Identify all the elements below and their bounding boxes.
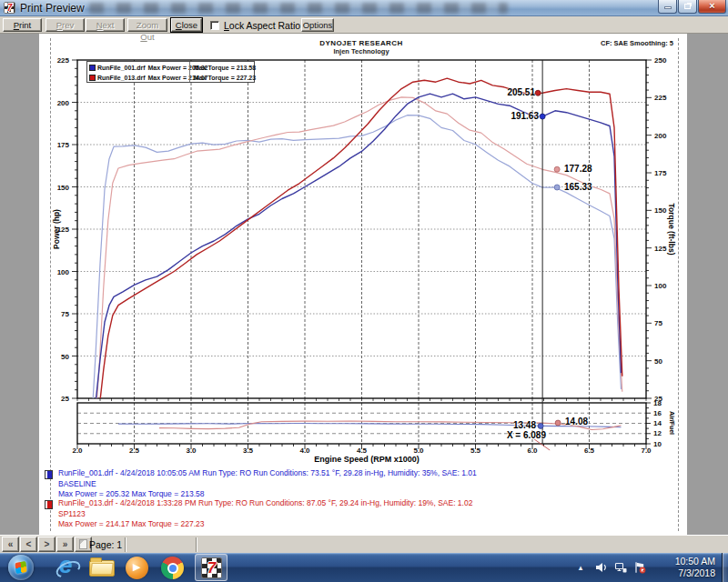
preview-area: 2252001751501251007550252502252001751501…: [0, 34, 728, 535]
legend-maxtorque-run2: Max Torque = 227.23: [194, 75, 256, 81]
run2-name: SP1123: [58, 509, 472, 520]
print-preview-toolbar: Print Prev Next Zoom Out Close Lock Aspe…: [0, 16, 728, 34]
clock-date: 7/3/2018: [652, 567, 715, 579]
volume-icon[interactable]: [595, 561, 608, 574]
correction-smoothing-label: CF: SAE Smoothing: 5: [601, 39, 673, 47]
svg-text:5.0: 5.0: [413, 447, 424, 455]
clock-time: 10:50 AM: [652, 556, 715, 567]
svg-text:150: 150: [57, 184, 70, 192]
svg-text:3.5: 3.5: [243, 447, 254, 455]
cursor-value-power-run1: 191.63: [511, 111, 539, 121]
report-subtitle: Injen Technology: [333, 47, 389, 55]
options-button[interactable]: Options: [301, 18, 334, 32]
svg-text:25: 25: [61, 395, 69, 403]
svg-text:4.0: 4.0: [299, 447, 310, 455]
close-window-button[interactable]: ×: [698, 0, 726, 14]
windows-logo-icon: [15, 561, 26, 574]
print-button[interactable]: Print: [3, 18, 42, 32]
svg-text:200: 200: [654, 132, 667, 140]
run2-conditions: RunFile_013.drf - 4/24/2018 1:33:28 PM R…: [58, 498, 472, 509]
run-info-swatch-run1: [45, 470, 53, 479]
page-number-label: Page: 1: [89, 539, 122, 550]
cursor-x-label: X = 6.089: [507, 430, 546, 440]
svg-text:100: 100: [654, 282, 667, 290]
rpm-axis-title: Engine Speed (RPM x1000): [314, 455, 420, 464]
svg-text:100: 100: [57, 268, 70, 276]
document-icon: [79, 539, 87, 549]
svg-text:12: 12: [653, 429, 662, 437]
legend-swatch-run1: [89, 65, 96, 71]
show-hidden-icons-button[interactable]: ▴: [575, 561, 586, 574]
run-info-baseline: RunFile_001.drf - 4/24/2018 10:05:05 AM …: [45, 468, 477, 500]
cursor-value-torque-run1: 165.33: [564, 182, 592, 192]
svg-text:5.5: 5.5: [470, 447, 481, 455]
legend-row-run2: RunFile_013.drf Max Power = 214.17 Max T…: [87, 73, 254, 83]
svg-text:2.0: 2.0: [72, 447, 83, 455]
taskbar-active-app-dynojet[interactable]: 7: [195, 554, 228, 581]
svg-text:150: 150: [654, 206, 667, 215]
previous-page-button[interactable]: <: [20, 537, 37, 552]
airfuel-axis-title: Air/Fuel: [669, 411, 675, 435]
cursor-value-af-run2: 14.08: [565, 416, 588, 426]
dynojet-winpep-icon: 7: [201, 557, 222, 578]
svg-text:225: 225: [57, 56, 70, 65]
network-icon[interactable]: [614, 561, 627, 574]
svg-text:200: 200: [57, 99, 70, 107]
show-desktop-button[interactable]: [722, 553, 728, 582]
svg-text:18: 18: [653, 399, 662, 407]
taskbar-clock[interactable]: 10:50 AM 7/3/2018: [652, 556, 719, 579]
svg-text:125: 125: [654, 245, 667, 253]
media-player-icon[interactable]: [126, 557, 148, 579]
window-title: Print Preview: [20, 2, 85, 15]
cursor-value-torque-run2: 177.28: [564, 164, 592, 174]
statusbar-separator: [125, 537, 126, 552]
dynojet-seven-icon: 7: [5, 3, 15, 13]
title-bar: 7 Print Preview ×: [0, 0, 728, 16]
run2-max-values: Max Power = 214.17 Max Torque = 227.23: [58, 519, 472, 530]
start-button[interactable]: [8, 555, 34, 580]
windows-taskbar: 7 ▴ 10:50 AM 7/3/2018: [0, 553, 728, 582]
restore-button[interactable]: [678, 0, 697, 14]
svg-text:75: 75: [654, 319, 662, 327]
last-page-button[interactable]: »: [56, 537, 74, 552]
dynojet-seven-icon: 7: [202, 558, 221, 577]
svg-text:7.0: 7.0: [641, 447, 652, 455]
first-page-button[interactable]: «: [2, 537, 19, 552]
svg-text:6.0: 6.0: [527, 447, 538, 455]
legend-swatch-run2: [89, 75, 96, 81]
lock-aspect-ratio-checkbox[interactable]: [210, 21, 219, 30]
cursor-value-af-run1: 13.48: [513, 420, 536, 430]
action-center-flag-icon[interactable]: [633, 561, 646, 574]
run1-conditions: RunFile_001.drf - 4/24/2018 10:05:05 AM …: [58, 468, 477, 479]
svg-text:250: 250: [654, 56, 667, 65]
svg-text:10: 10: [653, 440, 662, 448]
torque-axis-title: Torque (ft-lbs): [667, 204, 676, 256]
run-info-swatch-run2: [45, 500, 53, 509]
close-preview-button[interactable]: Close: [171, 18, 202, 32]
power-axis-title: Power (hp): [52, 209, 61, 249]
app-icon: 7: [4, 2, 15, 14]
zoom-out-button[interactable]: Zoom Out: [127, 18, 167, 32]
next-page-nav-button[interactable]: >: [38, 537, 56, 552]
windows-explorer-icon[interactable]: [89, 560, 115, 577]
redacted-title-text: [89, 3, 508, 14]
svg-text:75: 75: [61, 310, 69, 318]
report-title: DYNOJET RESEARCH: [319, 39, 402, 47]
svg-text:6.5: 6.5: [584, 447, 595, 455]
svg-text:225: 225: [654, 94, 667, 102]
chrome-icon[interactable]: [161, 557, 184, 579]
internet-explorer-icon[interactable]: [56, 556, 80, 579]
svg-text:50: 50: [654, 357, 662, 366]
report-page: 2252001751501251007550252502252001751501…: [39, 34, 687, 535]
restore-icon: [684, 4, 691, 9]
statusbar-separator: [196, 537, 197, 552]
minimize-button[interactable]: [658, 0, 677, 14]
svg-text:175: 175: [57, 141, 70, 149]
svg-text:2.5: 2.5: [129, 447, 140, 455]
run-info-sp1123: RunFile_013.drf - 4/24/2018 1:33:28 PM R…: [45, 498, 472, 530]
prev-page-button[interactable]: Prev: [46, 18, 85, 32]
next-page-button[interactable]: Next: [86, 18, 125, 32]
svg-text:14: 14: [653, 419, 662, 427]
svg-text:4.5: 4.5: [357, 447, 368, 455]
status-bar: « < > » Page: 1: [0, 535, 728, 553]
